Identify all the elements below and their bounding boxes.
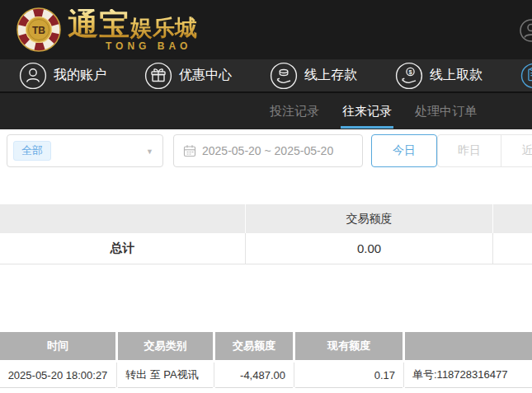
- today-button[interactable]: 今日: [371, 134, 437, 167]
- user-icon: [19, 62, 47, 90]
- summary-header-empty: [493, 204, 532, 233]
- tab-label: 处理中订单: [415, 104, 477, 119]
- calendar-icon: [183, 144, 196, 157]
- transaction-records-icon[interactable]: [520, 63, 532, 89]
- poker-chip-logo-icon: TB: [16, 7, 61, 52]
- transaction-records-page: TB 通宝娱乐城 TONG BAO 我的账户: [0, 0, 532, 393]
- cell-note: 单号:118728316477: [405, 363, 532, 388]
- nav-item-label: 线上存款: [304, 67, 357, 84]
- col-header-note: [405, 332, 532, 360]
- svg-text:TB: TB: [32, 25, 45, 36]
- nav-item-online-withdrawal[interactable]: $ 线上取款: [395, 62, 483, 90]
- summary-total-value: 0.00: [246, 233, 493, 264]
- col-header-time: 时间: [0, 332, 115, 360]
- selected-type-tag[interactable]: 全部: [13, 141, 51, 161]
- col-header-amount: 交易额度: [215, 332, 293, 360]
- records-table-header: 时间 交易类别 交易额度 现有额度: [0, 332, 532, 360]
- cell-balance: 0.17: [295, 363, 403, 388]
- nav-item-online-deposit[interactable]: 线上存款: [270, 62, 357, 90]
- withdraw-icon: $: [395, 62, 423, 90]
- summary-header-empty: [0, 204, 246, 233]
- quick-date-button-group: 昨日 近8: [437, 134, 532, 167]
- brand-logo[interactable]: TB 通宝娱乐城 TONG BAO: [16, 7, 197, 52]
- summary-table: 交易额度 总计 0.00: [0, 204, 532, 264]
- cell-amount: -4,487.00: [215, 363, 293, 388]
- site-header: TB 通宝娱乐城 TONG BAO: [0, 0, 532, 59]
- nav-item-label: 我的账户: [54, 67, 106, 84]
- date-range-value: 2025-05-20 ~ 2025-05-20: [202, 144, 333, 157]
- nav-item-promotions[interactable]: 优惠中心: [144, 62, 232, 90]
- tab-label: 往来记录: [342, 104, 392, 119]
- summary-total-row: 总计 0.00: [0, 233, 532, 264]
- main-nav: 我的账户 优惠中心 线上存款 $: [0, 59, 532, 93]
- nav-item-label: 优惠中心: [179, 67, 232, 84]
- tab-pending-orders[interactable]: 处理中订单: [415, 93, 477, 129]
- tab-transfer-records[interactable]: 往来记录: [342, 93, 392, 129]
- col-header-type: 交易类别: [118, 332, 213, 360]
- summary-total-label: 总计: [0, 233, 246, 264]
- avatar-icon[interactable]: [517, 16, 532, 44]
- summary-table-header: 交易额度: [0, 204, 532, 233]
- cell-type: 转出 至 PA视讯: [118, 363, 213, 388]
- date-range-input[interactable]: 2025-05-20 ~ 2025-05-20: [173, 134, 363, 167]
- tab-label: 投注记录: [270, 104, 319, 119]
- table-row: 2025-05-20 18:00:27 转出 至 PA视讯 -4,487.00 …: [0, 363, 532, 388]
- brand-name-en: TONG BAO: [106, 41, 197, 51]
- filter-row: 全部 ▼ 2025-05-20 ~ 2025-05-20 今日 昨日 近8: [0, 134, 532, 167]
- summary-header-amount: 交易额度: [246, 204, 493, 233]
- transaction-type-select[interactable]: 全部 ▼: [7, 134, 163, 167]
- brand-name-cn-main: 通宝: [68, 9, 130, 40]
- chevron-down-icon: ▼: [146, 147, 153, 156]
- records-tab-bar: 投注记录 往来记录 处理中订单: [0, 93, 532, 129]
- cell-time: 2025-05-20 18:00:27: [0, 363, 115, 388]
- tab-betting-records[interactable]: 投注记录: [270, 93, 319, 129]
- col-header-balance: 现有额度: [295, 332, 403, 360]
- nav-item-label: 线上取款: [430, 67, 483, 84]
- brand-name-cn-sub: 娱乐城: [130, 16, 197, 40]
- nav-item-my-account[interactable]: 我的账户: [19, 62, 106, 90]
- active-tab-underline: [341, 126, 393, 129]
- records-table: 时间 交易类别 交易额度 现有额度 2025-05-20 18:00:27 转出…: [0, 332, 532, 388]
- brand-name: 通宝娱乐城 TONG BAO: [68, 9, 197, 51]
- recent-days-button[interactable]: 近8: [501, 135, 532, 166]
- deposit-icon: [270, 62, 298, 90]
- yesterday-button[interactable]: 昨日: [438, 135, 501, 166]
- gift-icon: [144, 62, 172, 90]
